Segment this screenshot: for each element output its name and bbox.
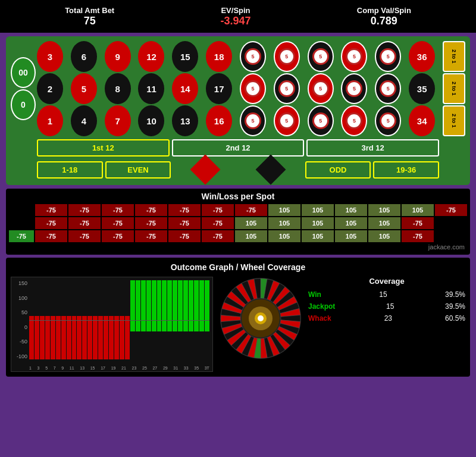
y-neg50: -50 [20,339,27,345]
num-35[interactable]: 35 [409,73,435,104]
chip-26: 5 [312,80,329,97]
jackpot-label: Jackpot [308,302,335,311]
wl-row-1: -75 -75 -75 -75 -75 -75 -75 105 105 105 … [35,204,467,216]
wl-r1-c12: 105 [402,204,434,216]
wl-r2-c2: -75 [68,217,101,229]
num-10[interactable]: 10 [138,105,164,136]
num-11[interactable]: 11 [138,73,164,104]
outcome-title: Outcome Graph / Wheel Coverage [11,262,465,272]
third-dozen[interactable]: 3rd 12 [306,139,439,156]
bet-odd[interactable]: ODD [305,161,371,179]
x-5: 5 [45,366,48,370]
wl-r2-c9: 105 [302,217,334,229]
single-zero[interactable]: 0 [11,89,36,120]
second-dozen[interactable]: 2nd 12 [172,139,305,156]
two-to-one-mid[interactable]: 2 to 1 [443,73,465,104]
num-2[interactable]: 2 [37,73,63,104]
num-30[interactable]: 5 [341,41,367,72]
ev-spin-section: EV/Spin -3.947 [220,6,250,27]
double-zero[interactable]: 00 [11,57,36,88]
num-8[interactable]: 8 [105,73,131,104]
bet-1-18[interactable]: 1-18 [37,161,103,179]
outcome-body: 150 100 50 0 -50 -100 [11,277,465,372]
total-amt-bet-label: Total Amt Bet [65,6,114,15]
coverage-win-row: Win 15 39.5% [308,290,465,299]
bet-19-36[interactable]: 19-36 [373,161,439,179]
num-26[interactable]: 5 [308,73,334,104]
num-9[interactable]: 9 [105,41,131,72]
num-23[interactable]: 5 [274,73,300,104]
num-19[interactable]: 5 [240,105,266,136]
num-32[interactable]: 5 [375,73,401,104]
wl-r3-c2: -75 [68,230,101,242]
wl-r1-c4: -75 [135,204,167,216]
x-31: 31 [173,366,178,370]
x-35: 35 [194,366,199,370]
num-22[interactable]: 5 [274,105,300,136]
wl-r1-c1: -75 [35,204,67,216]
num-21[interactable]: 5 [240,41,266,72]
two-to-one-bot[interactable]: 2 to 1 [443,105,465,136]
watermark: jackace.com [9,242,467,252]
wl-empty-1 [9,204,34,216]
num-15[interactable]: 15 [172,41,198,72]
roulette-table: 00 0 3 6 9 12 15 18 5 5 5 5 5 36 2 5 8 1… [6,36,470,185]
dozens-row: 1st 12 2nd 12 3rd 12 [11,139,465,156]
wl-r3-c9: 105 [302,230,334,242]
total-amt-bet-value: 75 [65,15,114,27]
num-7[interactable]: 7 [105,105,131,136]
num-3[interactable]: 3 [37,41,63,72]
black-diamond[interactable] [239,159,303,180]
wl-r1-c9: 105 [302,204,334,216]
num-27[interactable]: 5 [308,41,334,72]
num-20[interactable]: 5 [240,73,266,104]
chip-24: 5 [278,48,295,65]
num-24[interactable]: 5 [274,41,300,72]
x-25: 25 [142,366,147,370]
num-33[interactable]: 5 [375,41,401,72]
bet-even[interactable]: EVEN [105,161,171,179]
whack-count: 23 [384,314,392,323]
num-18[interactable]: 18 [206,41,232,72]
wl-r1-c6: -75 [202,204,234,216]
x-33: 33 [184,366,189,370]
whack-pct: 60.5% [445,314,465,323]
two-to-one-top[interactable]: 2 to 1 [443,41,465,72]
wl-r1-c8: 105 [268,204,300,216]
num-6[interactable]: 6 [71,41,97,72]
num-34[interactable]: 34 [409,105,435,136]
x-17: 17 [101,366,105,370]
num-28[interactable]: 5 [341,105,367,136]
num-31[interactable]: 5 [375,105,401,136]
first-dozen[interactable]: 1st 12 [37,139,170,156]
wl-r2-c7: 105 [235,217,267,229]
num-13[interactable]: 13 [172,105,198,136]
num-17[interactable]: 17 [206,73,232,104]
chip-33: 5 [380,48,396,65]
num-12[interactable]: 12 [138,41,164,72]
whack-label: Whack [308,314,331,323]
wl-r3-c13 [435,230,467,242]
wl-r3-c12: -75 [402,230,434,242]
comp-val-section: Comp Val/Spin 0.789 [357,6,411,27]
num-36[interactable]: 36 [409,41,435,72]
wl-r1-c13: -75 [435,204,467,216]
wl-r3-c7: 105 [235,230,267,242]
wl-r2-c10: 105 [335,217,367,229]
num-14[interactable]: 14 [172,73,198,104]
num-1[interactable]: 1 [37,105,63,136]
y-50: 50 [21,309,27,315]
num-4[interactable]: 4 [71,105,97,136]
y-150: 150 [18,280,27,286]
x-1: 1 [29,366,32,370]
comp-val-label: Comp Val/Spin [357,6,411,15]
win-pct: 39.5% [445,290,465,299]
num-25[interactable]: 5 [308,105,334,136]
wl-empty-2 [9,217,34,229]
num-16[interactable]: 16 [206,105,232,136]
wl-r3-c6: -75 [202,230,234,242]
num-5[interactable]: 5 [71,73,97,104]
num-29[interactable]: 5 [341,73,367,104]
red-diamond[interactable] [173,159,237,180]
wl-r1-c5: -75 [168,204,201,216]
